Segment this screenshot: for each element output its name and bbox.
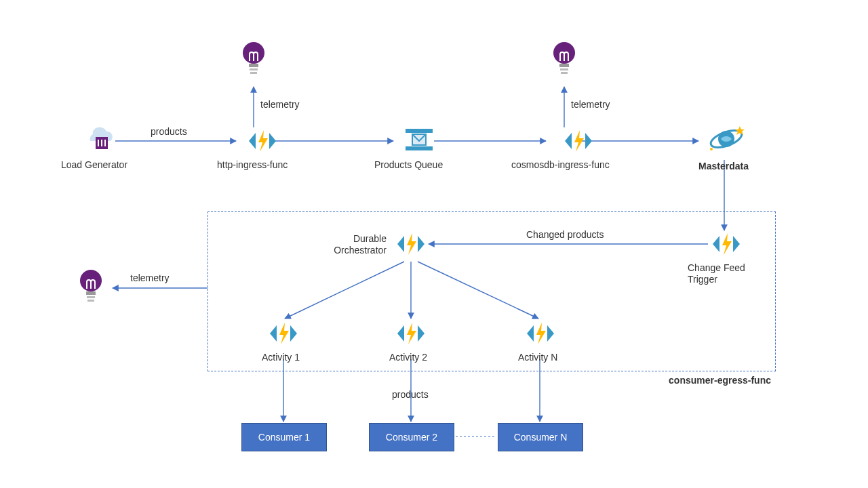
change-feed-trigger-label: Change Feed Trigger: [688, 262, 745, 285]
http-ingress-func-node: http-ingress-func: [237, 127, 288, 170]
products-queue-node: Products Queue: [395, 125, 443, 170]
masterdata-node: Masterdata: [704, 122, 749, 171]
edge-label-telemetry-http: telemetry: [260, 99, 300, 110]
svg-rect-17: [249, 64, 258, 67]
http-ingress-func-label: http-ingress-func: [217, 159, 288, 170]
storage-queue-icon: [403, 125, 435, 155]
svg-marker-31: [735, 126, 745, 135]
activity-1-label: Activity 1: [262, 352, 300, 363]
svg-point-32: [710, 148, 713, 150]
activity-2-label: Activity 2: [389, 352, 427, 363]
masterdata-label: Masterdata: [698, 161, 749, 171]
consumer-1-label: Consumer 1: [258, 432, 310, 443]
svg-rect-23: [561, 72, 568, 74]
activity-1-node: Activity 1: [267, 320, 300, 363]
products-queue-label: Products Queue: [374, 159, 443, 170]
activity-n-label: Activity N: [518, 352, 557, 363]
edge-label-products-bottom: products: [392, 389, 429, 400]
azure-function-icon: [524, 320, 557, 347]
azure-function-icon: [395, 320, 427, 347]
svg-rect-36: [87, 300, 94, 302]
durable-orchestrator-node: [395, 230, 427, 260]
svg-rect-35: [87, 296, 95, 298]
consumer-egress-group-label: consumer-egress-func: [669, 375, 771, 386]
azure-function-icon: [562, 127, 595, 155]
activity-2-node: Activity 2: [395, 320, 427, 363]
cosmos-db-icon: [706, 122, 747, 156]
edge-label-products-top: products: [151, 126, 187, 137]
change-feed-trigger-node: Change Feed Trigger: [708, 230, 745, 285]
insights-bulb-icon: [239, 41, 269, 83]
edge-label-changed-products: Changed products: [526, 229, 604, 240]
edge-label-telemetry-left: telemetry: [130, 272, 170, 283]
azure-function-icon: [395, 230, 427, 258]
svg-rect-34: [86, 291, 96, 295]
consumer-n-box: Consumer N: [498, 423, 583, 451]
svg-rect-21: [559, 64, 569, 67]
consumer-1-box: Consumer 1: [241, 423, 327, 451]
svg-rect-22: [560, 68, 568, 70]
svg-rect-18: [250, 68, 258, 70]
cosmos-ingress-func-node: cosmosdb-ingress-func: [548, 127, 610, 170]
cosmos-ingress-func-label: cosmosdb-ingress-func: [511, 159, 610, 170]
consumer-n-label: Consumer N: [514, 432, 568, 443]
insights-bulb-icon: [76, 268, 106, 311]
load-generator-node: Load Generator: [75, 122, 127, 170]
insights-bulb-icon: [549, 41, 579, 83]
edge-label-telemetry-cosmos: telemetry: [571, 99, 610, 110]
durable-orchestrator-label: Durable Orchestrator: [312, 233, 387, 256]
activity-n-node: Activity N: [524, 320, 557, 363]
azure-function-icon: [267, 320, 300, 347]
durable-orchestrator-label-wrap: Durable Orchestrator: [312, 230, 387, 256]
azure-function-icon: [246, 127, 279, 155]
consumer-2-label: Consumer 2: [386, 432, 437, 443]
azure-function-icon: [710, 230, 743, 258]
consumer-2-box: Consumer 2: [369, 423, 454, 451]
svg-rect-19: [250, 72, 257, 74]
load-generator-label: Load Generator: [61, 159, 127, 170]
load-generator-icon: [83, 122, 119, 155]
